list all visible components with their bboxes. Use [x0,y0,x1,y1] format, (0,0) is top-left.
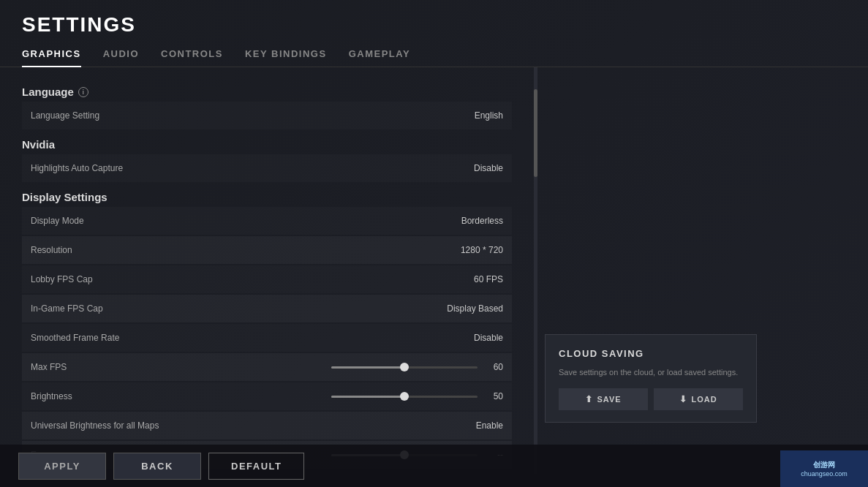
main-content: Language i Language Setting English Nvid… [0,67,868,474]
label-smoothed-frame: Smoothed Frame Rate [31,333,119,343]
cloud-buttons: ⬆ Save ⬇ Load [559,388,743,410]
value-ingame-fps: Display Based [447,303,503,314]
watermark-line1: 创游网 [813,460,835,470]
settings-container: SETTINGS GRAPHICS AUDIO CONTROLS KEY BIN… [0,0,868,487]
value-highlights: Disable [474,163,503,173]
section-language-header: Language i [22,78,512,102]
label-display-mode: Display Mode [31,216,84,226]
tab-audio[interactable]: AUDIO [103,42,139,67]
upload-icon: ⬆ [585,394,593,404]
setting-row-brightness: Brightness 50 [22,382,512,410]
cloud-saving-card: CLOUD SAVING Save settings on the cloud,… [545,334,757,423]
setting-row-resolution[interactable]: Resolution 1280 * 720 [22,236,512,264]
label-resolution: Resolution [31,245,72,255]
watermark: 创游网 chuangseo.com [780,450,868,487]
brightness-slider-track[interactable] [331,396,478,398]
label-universal-brightness: Universal Brightness for all Maps [31,420,159,431]
cloud-saving-description: Save settings on the cloud, or load save… [559,366,743,379]
section-display-header: Display Settings [22,184,512,207]
max-fps-slider-track[interactable] [331,366,478,369]
setting-row-highlights[interactable]: Highlights Auto Capture Disable [22,154,512,182]
setting-row-max-fps: Max FPS 60 [22,353,512,381]
label-language-setting: Language Setting [31,110,99,121]
label-ingame-fps: In-Game FPS Cap [31,303,103,314]
tabs-bar: GRAPHICS AUDIO CONTROLS KEY BINDINGS GAM… [0,42,868,67]
value-language-setting: English [475,110,503,121]
settings-panel: Language i Language Setting English Nvid… [0,67,534,474]
label-brightness: Brightness [31,391,72,401]
apply-button[interactable]: APPLY [18,453,106,480]
max-fps-slider-thumb[interactable] [400,363,409,371]
cloud-load-button[interactable]: ⬇ Load [654,388,743,410]
section-nvidia-title: Nvidia [22,138,55,151]
scrollbar-thumb[interactable] [534,89,537,177]
bottom-bar: APPLY BACK DEFAULT [0,445,868,487]
back-button[interactable]: BACK [113,453,201,480]
max-fps-slider-container[interactable]: 60 [331,362,503,372]
cloud-saving-title: CLOUD SAVING [559,348,743,359]
cloud-save-label: Save [597,395,621,404]
section-nvidia-header: Nvidia [22,131,512,154]
setting-row-display-mode[interactable]: Display Mode Borderless [22,207,512,235]
max-fps-slider-fill [331,366,404,369]
section-display-title: Display Settings [22,191,107,203]
label-max-fps: Max FPS [31,362,67,372]
label-lobby-fps: Lobby FPS Cap [31,274,93,284]
section-language-title: Language [22,86,74,98]
value-smoothed-frame: Disable [474,333,503,343]
setting-row-language[interactable]: Language Setting English [22,102,512,129]
brightness-slider-fill [331,396,404,398]
tab-key-bindings[interactable]: KEY BINDINGS [245,42,327,67]
scrollbar[interactable] [534,67,537,474]
download-icon: ⬇ [679,394,687,404]
value-lobby-fps: 60 FPS [474,274,503,284]
cloud-save-button[interactable]: ⬆ Save [559,388,648,410]
language-info-icon[interactable]: i [78,87,88,97]
max-fps-value: 60 [485,362,503,372]
cloud-load-label: Load [691,395,717,404]
watermark-line2: chuangseo.com [801,470,848,477]
tab-graphics[interactable]: GRAPHICS [22,42,81,67]
brightness-value: 50 [485,391,503,401]
setting-row-smoothed-frame[interactable]: Smoothed Frame Rate Disable [22,324,512,352]
setting-row-ingame-fps[interactable]: In-Game FPS Cap Display Based [22,295,512,322]
tab-controls[interactable]: CONTROLS [161,42,223,67]
setting-row-universal-brightness[interactable]: Universal Brightness for all Maps Enable [22,412,512,439]
tab-gameplay[interactable]: GAMEPLAY [349,42,410,67]
value-display-mode: Borderless [461,216,503,226]
right-panel: CLOUD SAVING Save settings on the cloud,… [537,67,771,474]
brightness-slider-container[interactable]: 50 [331,391,503,401]
value-resolution: 1280 * 720 [461,245,503,255]
setting-row-lobby-fps[interactable]: Lobby FPS Cap 60 FPS [22,265,512,293]
page-title: SETTINGS [0,0,868,42]
label-highlights: Highlights Auto Capture [31,163,123,173]
default-button[interactable]: DEFAULT [208,453,304,480]
brightness-slider-thumb[interactable] [400,392,409,401]
value-universal-brightness: Enable [476,420,503,431]
